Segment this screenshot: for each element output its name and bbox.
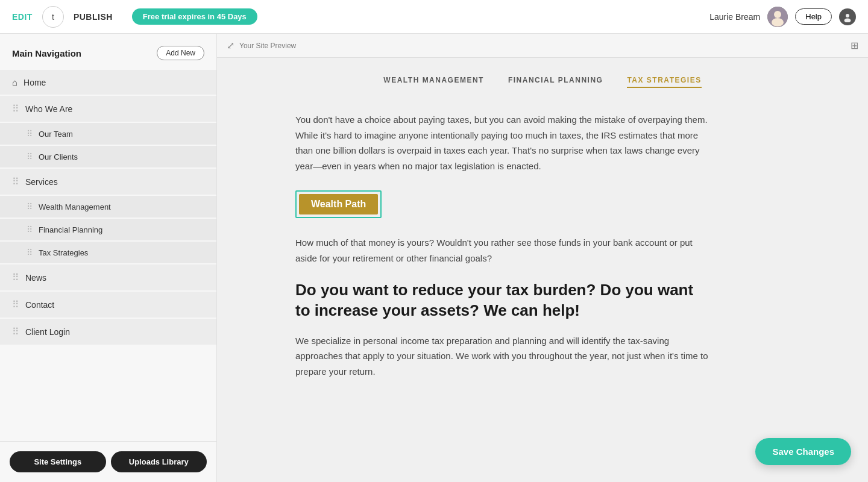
drag-handle-icon: ⠿ [12, 299, 19, 310]
sidebar-item-home[interactable]: ⌂ Home [0, 70, 216, 95]
main-layout: Main Navigation Add New ⌂ Home ⠿ Who We … [0, 34, 868, 482]
sidebar-item-financial-planning[interactable]: ⠿ Financial Planning [0, 219, 216, 240]
content-paragraph-1: You don't have a choice about paying tax… [295, 112, 711, 174]
sidebar-item-label: Client Login [25, 327, 204, 337]
sidebar-item-client-login[interactable]: ⠿ Client Login [0, 319, 216, 345]
preview-area: ⤢ Your Site Preview ⊞ WEALTH MANAGEMENT … [217, 34, 868, 482]
content-heading: Do you want to reduce your tax burden? D… [295, 280, 711, 321]
sidebar: Main Navigation Add New ⌂ Home ⠿ Who We … [0, 34, 217, 482]
wealth-path-outer: Wealth Path [295, 190, 382, 218]
content-body: You don't have a choice about paying tax… [217, 100, 760, 403]
drag-handle-icon: ⠿ [27, 202, 33, 211]
svg-point-1 [774, 11, 781, 18]
top-bar: EDIT t PUBLISH Free trial expires in 45 … [0, 0, 868, 34]
sidebar-item-news[interactable]: ⠿ News [0, 264, 216, 290]
preview-bar: ⤢ Your Site Preview ⊞ [217, 34, 868, 58]
sidebar-item-label: Services [25, 177, 204, 187]
sidebar-item-label: News [25, 273, 204, 283]
sidebar-item-label: Our Clients [39, 152, 78, 161]
drag-handle-icon: ⠿ [27, 248, 33, 257]
user-menu-icon[interactable] [839, 8, 856, 25]
drag-handle-icon: ⠿ [12, 176, 19, 187]
sidebar-item-label: Our Team [39, 130, 73, 139]
home-icon: ⌂ [12, 77, 17, 87]
content-paragraph-3: We specialize in personal income tax pre… [295, 333, 711, 380]
add-new-button[interactable]: Add New [157, 46, 204, 60]
site-nav-tax-strategies[interactable]: TAX STRATEGIES [627, 76, 701, 88]
sidebar-item-wealth-management[interactable]: ⠿ Wealth Management [0, 196, 216, 218]
drag-handle-icon: ⠿ [12, 272, 19, 283]
sidebar-item-who-we-are[interactable]: ⠿ Who We Are [0, 96, 216, 122]
svg-point-2 [772, 18, 784, 27]
sidebar-item-services[interactable]: ⠿ Services [0, 169, 216, 195]
drag-handle-icon: ⠿ [27, 152, 33, 161]
site-settings-button[interactable]: Site Settings [10, 451, 106, 472]
preview-label: Your Site Preview [239, 42, 846, 50]
sidebar-title: Main Navigation [12, 48, 81, 58]
drag-handle-icon: ⠿ [27, 225, 33, 234]
drag-handle-icon: ⠿ [12, 326, 19, 337]
sidebar-item-tax-strategies[interactable]: ⠿ Tax Strategies [0, 242, 216, 263]
wealth-path-button[interactable]: Wealth Path [299, 194, 378, 214]
sidebar-item-label: Tax Strategies [39, 248, 88, 257]
sidebar-item-contact[interactable]: ⠿ Contact [0, 292, 216, 318]
edit-label[interactable]: EDIT [12, 12, 33, 22]
avatar [767, 7, 788, 27]
user-name: Laurie Bream [709, 12, 760, 22]
nav-items: ⌂ Home ⠿ Who We Are ⠿ Our Team ⠿ Our Cli… [0, 70, 216, 441]
sidebar-item-label: Who We Are [25, 104, 204, 114]
help-button[interactable]: Help [795, 8, 832, 25]
site-content: WEALTH MANAGEMENT FINANCIAL PLANNING TAX… [217, 58, 868, 482]
svg-point-4 [846, 14, 849, 17]
sidebar-footer: Site Settings Uploads Library [0, 441, 216, 482]
top-bar-right: Laurie Bream Help [709, 7, 856, 27]
collapse-icon[interactable]: ⤢ [227, 40, 234, 51]
publish-label[interactable]: PUBLISH [74, 12, 113, 22]
save-changes-button[interactable]: Save Changes [755, 438, 851, 465]
wealth-path-container: Wealth Path [295, 190, 382, 218]
sidebar-item-label: Wealth Management [39, 202, 111, 211]
sidebar-item-our-team[interactable]: ⠿ Our Team [0, 123, 216, 145]
trial-badge: Free trial expires in 45 Days [132, 8, 257, 25]
expand-icon[interactable]: ⊞ [851, 40, 858, 51]
sidebar-header: Main Navigation Add New [0, 46, 216, 70]
uploads-library-button[interactable]: Uploads Library [111, 451, 207, 472]
drag-handle-icon: ⠿ [27, 129, 33, 139]
sidebar-item-label: Financial Planning [39, 225, 102, 234]
site-nav-financial-planning[interactable]: FINANCIAL PLANNING [508, 76, 603, 88]
drag-handle-icon: ⠿ [12, 103, 19, 114]
logo-circle: t [42, 6, 64, 28]
sidebar-item-our-clients[interactable]: ⠿ Our Clients [0, 146, 216, 167]
site-nav: WEALTH MANAGEMENT FINANCIAL PLANNING TAX… [217, 58, 868, 100]
sidebar-item-label: Home [24, 78, 204, 87]
site-nav-wealth-management[interactable]: WEALTH MANAGEMENT [383, 76, 484, 88]
content-paragraph-2: How much of that money is yours? Wouldn'… [295, 235, 711, 266]
sidebar-item-label: Contact [25, 300, 204, 310]
